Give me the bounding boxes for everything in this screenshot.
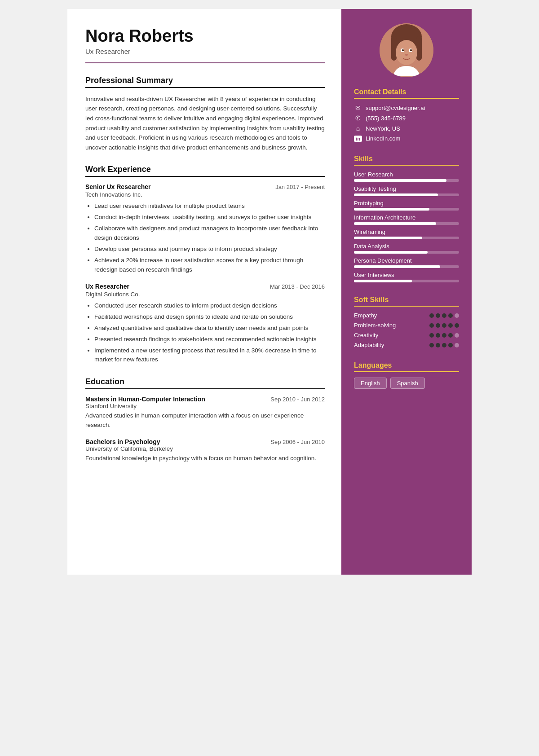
bullet: Implemented a new user testing process t…	[94, 346, 325, 365]
skill-dots	[429, 323, 459, 328]
job-bullets: Conducted user research studies to infor…	[85, 301, 325, 365]
avatar-area	[341, 9, 472, 88]
svg-rect-3	[416, 36, 422, 61]
job-title: Ux Researcher	[85, 283, 129, 290]
edu-degree: Masters in Human-Computer Interaction	[85, 396, 205, 403]
bullet: Conducted user research studies to infor…	[94, 301, 325, 311]
dot	[436, 343, 440, 347]
skills-list: User Research Usability Testing Prototyp…	[354, 171, 459, 282]
skill-name: Data Analysis	[354, 243, 459, 250]
skill-item: Data Analysis	[354, 243, 459, 254]
dot	[442, 323, 446, 328]
contact-email: ✉ support@cvdesigner.ai	[354, 104, 459, 111]
soft-skill-name: Empathy	[354, 312, 377, 319]
skill-name: Information Architecture	[354, 214, 459, 221]
edu-entry: Bachelors in Psychology Sep 2006 - Jun 2…	[85, 438, 325, 463]
job-item: Ux Researcher Mar 2013 - Dec 2016 Digita…	[85, 283, 325, 365]
contact-section: Contact Details ✉ support@cvdesigner.ai …	[341, 88, 472, 145]
phone-icon: ✆	[354, 114, 362, 122]
candidate-name: Nora Roberts	[85, 27, 325, 46]
work-experience-title: Work Experience	[85, 165, 325, 177]
contact-phone-text: (555) 345-6789	[366, 115, 406, 122]
dot	[448, 313, 453, 318]
soft-skill-item: Creativity	[354, 332, 459, 338]
edu-dates: Sep 2006 - Jun 2010	[270, 439, 325, 445]
resume-container: Nora Roberts Ux Researcher Professional …	[67, 9, 472, 575]
soft-skills-section: Soft Skills EmpathyProblem-solvingCreati…	[341, 296, 472, 352]
summary-section: Professional Summary Innovative and resu…	[85, 76, 325, 153]
skill-bar-bg	[354, 208, 459, 211]
dot	[455, 333, 459, 338]
dot	[442, 333, 446, 338]
soft-skills-list: EmpathyProblem-solvingCreativityAdaptabi…	[354, 312, 459, 348]
education-section: Education Masters in Human-Computer Inte…	[85, 377, 325, 463]
skill-name: User Interviews	[354, 272, 459, 278]
edu-school: Stanford University	[85, 403, 325, 409]
skill-bar-fill	[354, 179, 446, 182]
dot	[429, 343, 434, 347]
contact-phone: ✆ (555) 345-6789	[354, 114, 459, 122]
dot	[455, 323, 459, 328]
soft-skill-name: Creativity	[354, 332, 378, 338]
bullet: Lead user research initiatives for multi…	[94, 202, 325, 211]
skill-item: Persona Development	[354, 257, 459, 268]
job-header: Senior Ux Researcher Jan 2017 - Present	[85, 183, 325, 190]
skill-name: Prototyping	[354, 200, 459, 207]
location-icon: ⌂	[354, 125, 362, 132]
left-column: Nora Roberts Ux Researcher Professional …	[67, 9, 341, 575]
skill-item: Information Architecture	[354, 214, 459, 225]
skill-name: Wireframing	[354, 229, 459, 235]
soft-skills-title: Soft Skills	[354, 296, 459, 307]
svg-rect-2	[391, 36, 397, 61]
job-bullets: Lead user research initiatives for multi…	[85, 202, 325, 274]
avatar	[380, 23, 433, 77]
languages-section: Languages English Spanish	[341, 361, 472, 389]
skill-item: Prototyping	[354, 200, 459, 211]
education-title: Education	[85, 377, 325, 389]
dot	[436, 333, 440, 338]
dot	[455, 343, 459, 347]
dot	[442, 313, 446, 318]
skill-bar-bg	[354, 237, 459, 239]
skill-bar-fill	[354, 251, 428, 254]
job-company: Tech Innovations Inc.	[85, 191, 325, 198]
dot	[442, 343, 446, 347]
contact-linkedin: in LinkedIn.com	[354, 135, 459, 142]
summary-text: Innovative and results-driven UX Researc…	[85, 94, 325, 153]
skill-dots	[429, 333, 459, 338]
edu-header: Bachelors in Psychology Sep 2006 - Jun 2…	[85, 438, 325, 445]
summary-title: Professional Summary	[85, 76, 325, 88]
job-dates: Jan 2017 - Present	[275, 184, 325, 190]
edu-dates: Sep 2010 - Jun 2012	[270, 396, 325, 403]
bullet: Conduct in-depth interviews, usability t…	[94, 213, 325, 222]
skill-bar-bg	[354, 222, 459, 225]
linkedin-icon: in	[354, 136, 362, 142]
dot	[448, 323, 453, 328]
edu-header: Masters in Human-Computer Interaction Se…	[85, 396, 325, 403]
bullet: Achieved a 20% increase in user satisfac…	[94, 256, 325, 275]
skill-bar-bg	[354, 179, 459, 182]
dot	[448, 343, 453, 347]
skill-bar-bg	[354, 251, 459, 254]
job-title: Senior Ux Researcher	[85, 183, 151, 190]
skill-bar-bg	[354, 280, 459, 282]
dot	[429, 323, 434, 328]
soft-skill-item: Empathy	[354, 312, 459, 319]
contact-title: Contact Details	[354, 88, 459, 99]
language-tag-english: English	[354, 378, 387, 389]
skills-section: Skills User Research Usability Testing P…	[341, 155, 472, 286]
contact-linkedin-text: LinkedIn.com	[366, 135, 400, 142]
language-tags: English Spanish	[354, 378, 459, 389]
svg-point-9	[405, 54, 408, 56]
svg-point-7	[402, 49, 404, 51]
job-company: Digital Solutions Co.	[85, 291, 325, 298]
soft-skill-item: Problem-solving	[354, 322, 459, 329]
skills-title: Skills	[354, 155, 459, 166]
dot	[448, 333, 453, 338]
skill-bar-fill	[354, 208, 429, 211]
soft-skill-name: Adaptability	[354, 342, 384, 348]
bullet: Presented research findings to stakehold…	[94, 335, 325, 344]
contact-email-text: support@cvdesigner.ai	[366, 105, 425, 111]
bullet: Develop user personas and journey maps t…	[94, 245, 325, 254]
bullet: Analyzed quantitative and qualitative da…	[94, 324, 325, 333]
